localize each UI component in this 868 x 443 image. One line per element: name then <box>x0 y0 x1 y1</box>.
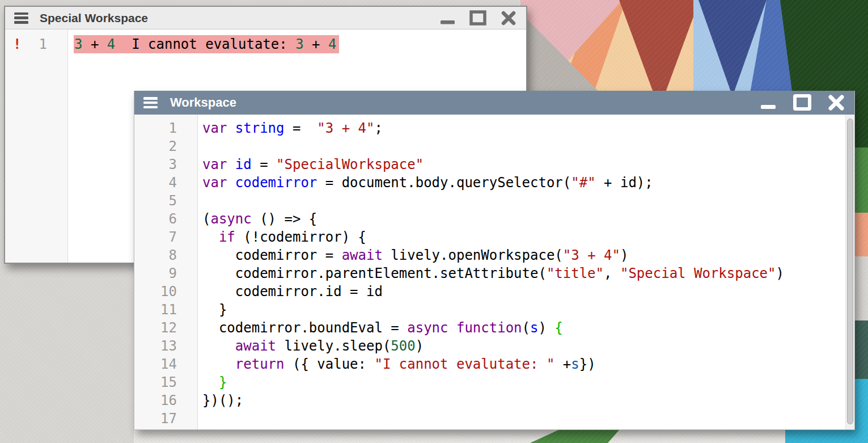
error-marker-icon: ! <box>13 36 21 53</box>
code-line[interactable] <box>202 192 854 210</box>
code-line[interactable]: var string = "3 + 4"; <box>202 119 854 137</box>
code-line[interactable]: var codemirror = document.body.querySele… <box>202 174 854 192</box>
workspace-titlebar[interactable]: Workspace <box>134 91 854 115</box>
minimize-button[interactable] <box>759 94 777 112</box>
code-line[interactable]: })(); <box>202 391 854 410</box>
minimize-button[interactable] <box>439 10 456 27</box>
code-line[interactable]: codemirror.id = id <box>202 282 854 301</box>
line-number: 9 <box>134 264 197 282</box>
workspace-window: Workspace 1234567891011121314151617 var … <box>134 91 855 430</box>
menu-icon[interactable] <box>14 12 28 24</box>
vertical-scrollbar[interactable] <box>845 115 854 429</box>
line-number: 5 <box>134 192 197 210</box>
line-number: 1 <box>134 119 197 137</box>
window-title: Special Workspace <box>40 11 148 25</box>
line-number: 6 <box>134 210 197 228</box>
line-number: 17 <box>134 410 197 428</box>
code-line[interactable]: } <box>202 373 854 391</box>
close-button[interactable] <box>827 94 845 112</box>
line-number: 8 <box>134 246 197 264</box>
window-title: Workspace <box>170 95 236 110</box>
close-button[interactable] <box>500 10 517 27</box>
line-number: 7 <box>134 228 197 246</box>
line-number: 2 <box>134 137 197 155</box>
line-number: 10 <box>134 282 197 301</box>
window-controls <box>439 10 517 27</box>
code-line[interactable] <box>202 137 854 155</box>
editor-code-area[interactable]: var string = "3 + 4";var id = "SpecialWo… <box>198 115 854 429</box>
line-number: 14 <box>134 355 197 373</box>
code-line[interactable]: (async () => { <box>202 210 854 228</box>
line-number: 16 <box>134 391 197 410</box>
workspace-editor[interactable]: 1234567891011121314151617 var string = "… <box>134 115 854 429</box>
editor-gutter: !1 <box>5 30 68 263</box>
code-line[interactable]: } <box>202 301 854 319</box>
maximize-button[interactable] <box>469 10 487 27</box>
code-line[interactable]: return ({ value: "I cannot evalutate: " … <box>202 355 854 373</box>
code-line[interactable]: var id = "SpecialWorkspace" <box>202 155 854 174</box>
code-line[interactable]: codemirror.parentElement.setAttribute("t… <box>202 264 854 282</box>
code-line[interactable]: await lively.sleep(500) <box>202 337 854 355</box>
line-number: 3 <box>134 155 197 174</box>
code-line[interactable]: codemirror.boundEval = async function(s)… <box>202 319 854 337</box>
maximize-button[interactable] <box>793 94 812 112</box>
line-number: !1 <box>5 36 67 53</box>
line-number: 12 <box>134 319 197 337</box>
code-line[interactable]: codemirror = await lively.openWorkspace(… <box>202 246 854 264</box>
special-workspace-titlebar[interactable]: Special Workspace <box>5 7 526 29</box>
menu-icon[interactable] <box>143 97 158 108</box>
line-number: 4 <box>134 174 197 192</box>
window-controls <box>759 94 845 112</box>
code-line[interactable] <box>202 410 854 428</box>
code-line[interactable]: 3 + 4 I cannot evalutate: 3 + 4 <box>74 36 526 53</box>
line-number: 15 <box>134 373 197 391</box>
error-highlight: 3 + 4 I cannot evalutate: 3 + 4 <box>74 35 339 53</box>
code-line[interactable]: if (!codemirror) { <box>202 228 854 246</box>
scrollbar-thumb[interactable] <box>847 119 853 424</box>
editor-gutter: 1234567891011121314151617 <box>134 115 198 429</box>
line-number: 13 <box>134 337 197 355</box>
line-number: 11 <box>134 301 197 319</box>
